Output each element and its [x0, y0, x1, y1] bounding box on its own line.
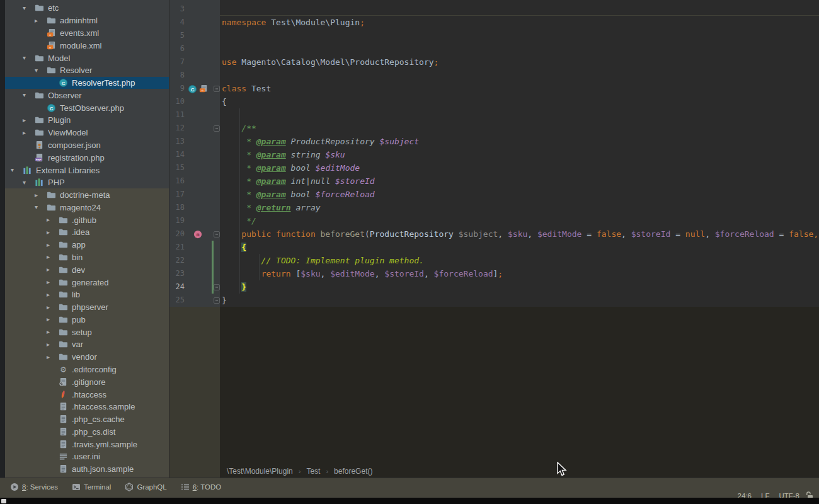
chevron-expanded-icon[interactable]: ▾ [11, 167, 23, 173]
line-number[interactable]: 5 [169, 29, 185, 42]
tree-item-vendor[interactable]: ▸vendor [5, 351, 169, 364]
chevron-collapsed-icon[interactable]: ▸ [47, 266, 59, 273]
line-number[interactable]: 24 [169, 280, 185, 294]
tree-item--travis-yml-sample[interactable]: .travis.yml.sample [5, 438, 169, 450]
chevron-collapsed-icon[interactable]: ▸ [47, 292, 59, 298]
tree-item-lib[interactable]: ▸lib [5, 289, 169, 301]
line-number[interactable]: 12 [169, 122, 185, 135]
fold-end-marker[interactable] [214, 284, 220, 290]
chevron-collapsed-icon[interactable]: ▸ [23, 117, 35, 123]
toolwindow-button--services[interactable]: 8: Services [10, 483, 58, 491]
tree-item-app[interactable]: ▸app [5, 239, 169, 251]
fold-start-marker[interactable] [214, 86, 220, 92]
chevron-collapsed-icon[interactable]: ▸ [47, 254, 59, 260]
tree-item--php-cs-dist[interactable]: .php_cs.dist [5, 426, 169, 438]
tree-item--editorconfig[interactable]: ⚙.editorconfig [5, 364, 169, 376]
chevron-expanded-icon[interactable]: ▾ [35, 204, 47, 210]
line-number[interactable]: 6 [169, 42, 185, 55]
breadcrumb-item[interactable]: beforeGet() [334, 467, 372, 476]
chevron-expanded-icon[interactable]: ▾ [23, 92, 35, 98]
line-number[interactable]: 7 [169, 55, 185, 69]
tree-item-etc[interactable]: ▾etc [5, 2, 169, 14]
tree-item-viewmodel[interactable]: ▸ViewModel [5, 127, 169, 139]
tree-item--gitignore[interactable]: .gitignore [5, 375, 169, 388]
magento-xml-gutter-icon[interactable]: ‹› [199, 84, 208, 93]
chevron-collapsed-icon[interactable]: ▸ [23, 130, 35, 136]
tree-item--github[interactable]: ▸.github [5, 214, 169, 226]
tree-item-php[interactable]: ▾PHP [5, 176, 169, 189]
tree-item-model[interactable]: ▾Model [5, 52, 169, 64]
tree-item-setup[interactable]: ▸setup [5, 326, 169, 338]
tree-item-auth-json-sample[interactable]: auth.json.sample [5, 463, 169, 476]
chevron-expanded-icon[interactable]: ▾ [23, 180, 35, 186]
tree-item-resolvertest-php[interactable]: CResolverTest.php [5, 77, 169, 89]
breadcrumb-item[interactable]: Test [306, 467, 320, 476]
line-number[interactable]: 15 [169, 161, 185, 175]
tree-item-magento24[interactable]: ▾magento24 [5, 201, 169, 214]
fold-start-marker[interactable] [214, 231, 220, 238]
tree-item-plugin[interactable]: ▸Plugin [5, 114, 169, 127]
editor-code-pane[interactable]: \Test\Module\Plugin›Test›beforeGet() nam… [220, 0, 819, 478]
plugin-m-gutter-icon[interactable]: m [193, 230, 202, 239]
line-number[interactable]: 13 [169, 135, 185, 148]
line-number[interactable]: 25 [169, 294, 185, 307]
line-number[interactable]: 3 [169, 3, 185, 16]
chevron-collapsed-icon[interactable]: ▸ [47, 354, 59, 360]
chevron-collapsed-icon[interactable]: ▸ [47, 217, 59, 223]
tree-item-pub[interactable]: ▸pub [5, 314, 169, 326]
editor-gutter[interactable]: 3456789C‹›1011121314151617181920m2122232… [169, 0, 220, 478]
toolwindow-button-graphql[interactable]: GraphQL [125, 483, 166, 491]
chevron-collapsed-icon[interactable]: ▸ [47, 242, 59, 248]
chevron-collapsed-icon[interactable]: ▸ [47, 304, 59, 311]
chevron-expanded-icon[interactable]: ▾ [23, 5, 35, 11]
tree-item-events-xml[interactable]: ‹›events.xml [5, 27, 169, 40]
line-number[interactable]: 11 [169, 108, 185, 122]
line-number[interactable]: 19 [169, 214, 185, 227]
tree-item-testobserver-php[interactable]: CTestObserver.php [5, 101, 169, 114]
tree-item-phpserver[interactable]: ▸phpserver [5, 301, 169, 314]
tree-item-external-libraries[interactable]: ▾External Libraries [5, 164, 169, 176]
tree-item-var[interactable]: ▸var [5, 338, 169, 351]
tree-item--idea[interactable]: ▸.idea [5, 226, 169, 239]
chevron-collapsed-icon[interactable]: ▸ [47, 329, 59, 335]
tree-item--php-cs-cache[interactable]: .php_cs.cache [5, 413, 169, 426]
chevron-collapsed-icon[interactable]: ▸ [47, 279, 59, 285]
tree-item-doctrine-meta[interactable]: ▸doctrine-meta [5, 189, 169, 202]
fold-start-marker[interactable] [214, 125, 220, 132]
chevron-collapsed-icon[interactable]: ▸ [35, 192, 47, 198]
breadcrumb-item[interactable]: \Test\Module\Plugin [227, 467, 293, 476]
chevron-collapsed-icon[interactable]: ▸ [47, 341, 59, 348]
line-number[interactable]: 23 [169, 267, 185, 280]
line-number[interactable]: 16 [169, 175, 185, 188]
line-number[interactable]: 21 [169, 241, 185, 254]
tree-item-observer[interactable]: ▾Observer [5, 89, 169, 101]
line-number[interactable]: 18 [169, 201, 185, 214]
toolwindow-button--todo[interactable]: 6: TODO [181, 483, 222, 491]
toolwindow-button-terminal[interactable]: Terminal [72, 483, 111, 491]
line-number[interactable]: 4 [169, 16, 185, 29]
php-class-gutter-icon[interactable]: C [188, 84, 197, 93]
tree-item-adminhtml[interactable]: ▸adminhtml [5, 14, 169, 27]
project-tree-panel[interactable]: ▾etc▸adminhtml‹›events.xml‹›module.xml▾M… [5, 0, 169, 478]
tree-item-composer-json[interactable]: composer.json [5, 139, 169, 152]
chevron-collapsed-icon[interactable]: ▸ [47, 316, 59, 323]
chevron-expanded-icon[interactable]: ▾ [23, 55, 35, 61]
tree-item-resolver[interactable]: ▾Resolver [5, 64, 169, 77]
line-number[interactable]: 8 [169, 69, 185, 82]
chevron-collapsed-icon[interactable]: ▸ [35, 18, 47, 24]
line-number[interactable]: 14 [169, 148, 185, 161]
line-number[interactable]: 17 [169, 188, 185, 201]
tree-item-dev[interactable]: ▸dev [5, 263, 169, 276]
line-number[interactable]: 20 [169, 227, 185, 241]
tree-item--htaccess[interactable]: .htaccess [5, 388, 169, 401]
fold-end-marker[interactable] [214, 297, 220, 304]
tree-item--user-ini[interactable]: .user.ini [5, 450, 169, 463]
chevron-expanded-icon[interactable]: ▾ [35, 67, 47, 74]
tree-item--htaccess-sample[interactable]: .htaccess.sample [5, 401, 169, 413]
tree-item-generated[interactable]: ▸generated [5, 276, 169, 289]
chevron-collapsed-icon[interactable]: ▸ [47, 229, 59, 236]
tree-item-bin[interactable]: ▸bin [5, 251, 169, 264]
tree-item-registration-php[interactable]: PHPregistration.php [5, 151, 169, 164]
vcs-added-lines-marker[interactable] [212, 241, 214, 294]
tree-item-module-xml[interactable]: ‹›module.xml [5, 39, 169, 52]
